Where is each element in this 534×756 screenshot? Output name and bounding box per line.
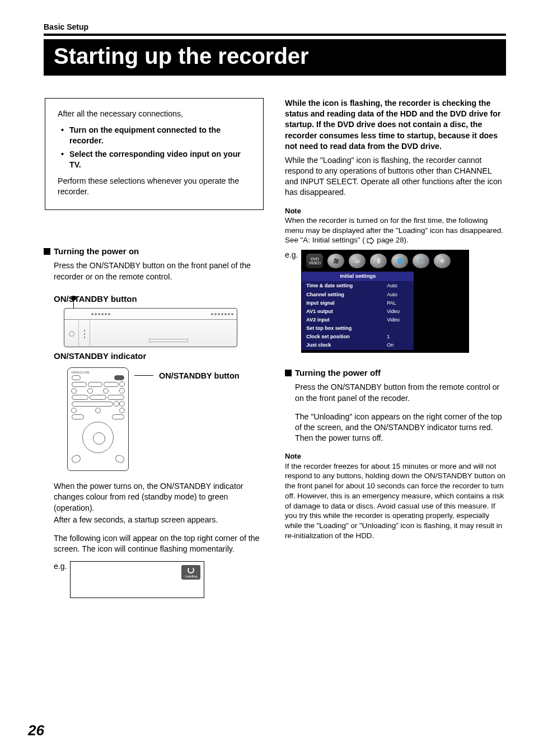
power-on-p4: The following icon will appear on the to… [54,533,265,554]
eg-label-right: e.g. [285,250,298,353]
power-on-desc: Press the ON/STANDBY button on the front… [54,260,265,282]
initial-settings-screenshot: DVDVIDEO 🎥 🗂 🎛 🌐 🔧 ⚙ Initial settings Ti… [301,250,469,353]
menu-icon-1: 🎥 [327,254,344,268]
remote-diagram: OPEN/CLOSE ON/STANDBY button [67,367,265,471]
power-on-p2: When the power turns on, the ON/STANDBY … [54,481,265,514]
settings-row: Clock set position1 [303,333,413,340]
note-2: If the recorder freezes for about 15 min… [285,461,506,541]
power-on-p3: After a few seconds, a startup screen ap… [54,515,265,525]
section-power-off: Turning the power off [285,367,506,379]
eg-label-left: e.g. [54,561,67,598]
settings-row: Just clockOn [303,342,413,349]
page-ref-arrow-icon [367,237,374,244]
right-p1: While the "Loading" icon is flashing, th… [285,155,506,198]
note-heading-1: Note [285,206,506,216]
power-off-p2: The "Unloading" icon appears on the righ… [295,412,506,444]
settings-row: Channel settingAuto [303,291,413,298]
breadcrumb: Basic Setup [44,22,506,31]
settings-row: Input signalPAL [303,299,413,306]
menu-icon-3: 🎛 [370,254,387,268]
note-1: When the recorder is turned on for the f… [285,216,506,245]
front-panel-diagram [64,308,237,347]
settings-row: AV1 outputVideo [303,307,413,315]
dvd-video-icon: DVDVIDEO [306,254,323,268]
intro-bullet-2: Select the corresponding video input on … [69,149,251,170]
remote-onstandby-label: ON/STANDBY button [159,371,240,382]
menu-icon-5: 🔧 [413,254,429,268]
settings-row: Set top box setting [303,325,413,332]
label-onstandby-button: ON/STANDBY button [54,293,265,305]
power-off-p1: Press the ON/STANDBY button from the rem… [295,382,506,403]
intro-bullet-1: Turn on the equipment connected to the r… [69,125,251,146]
loading-icon: Loading [181,565,200,580]
intro-box: After all the necessary connections, Tur… [45,98,264,210]
rule [44,34,506,36]
note-heading-2: Note [285,451,506,461]
settings-panel-title: Initial settings [302,272,414,281]
menu-icon-2: 🗂 [349,254,366,268]
section-power-on: Turning the power on [44,246,265,257]
page-number: 26 [28,722,44,739]
label-onstandby-indicator: ON/STANDBY indicator [54,351,265,362]
right-bold-intro: While the icon is flashing, the recorder… [285,98,506,152]
intro-trail: Perform these selections whenever you op… [58,176,251,197]
settings-row: AV2 inputVideo [303,316,413,324]
settings-row: Time & date settingAuto [303,282,413,290]
loading-screen-example: Loading [70,561,204,598]
page-title: Starting up the recorder [44,39,506,76]
menu-icon-4: 🌐 [391,254,408,268]
intro-lead: After all the necessary connections, [58,109,251,119]
menu-icon-6: ⚙ [434,254,451,268]
